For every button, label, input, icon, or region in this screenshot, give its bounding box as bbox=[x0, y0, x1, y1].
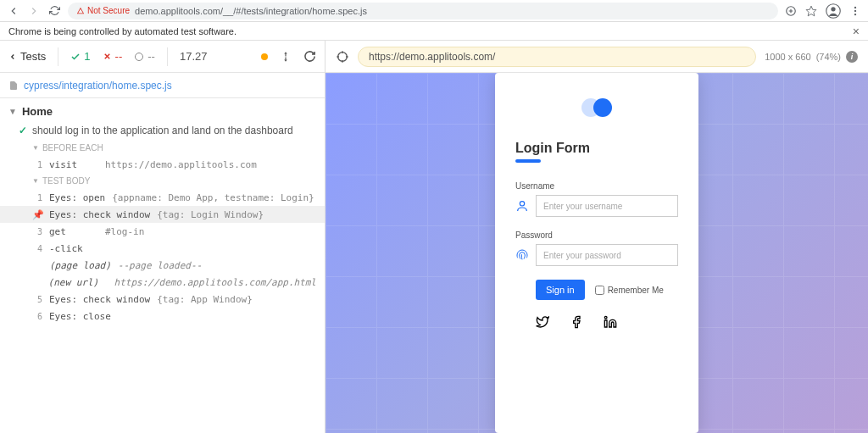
spec-header[interactable]: cypress/integration/home.spec.js bbox=[0, 73, 325, 98]
command-name: (new url) bbox=[48, 277, 108, 288]
command-row[interactable]: (page load)--page loaded-- bbox=[0, 257, 325, 274]
command-message: {tag: App Window} bbox=[157, 294, 253, 305]
rerun-button[interactable] bbox=[303, 50, 316, 63]
back-button[interactable] bbox=[7, 4, 20, 18]
command-number: 1 bbox=[32, 160, 42, 169]
user-icon bbox=[515, 199, 529, 213]
preview-url[interactable]: https://demo.applitools.com/ bbox=[358, 47, 756, 67]
logo bbox=[515, 98, 678, 117]
command-message: --page loaded-- bbox=[118, 260, 202, 271]
test-row[interactable]: ✓ should log in to the application and l… bbox=[0, 121, 325, 140]
test-tree: ▼ Home ✓ should log in to the applicatio… bbox=[0, 98, 325, 433]
svg-point-9 bbox=[136, 53, 143, 60]
before-each-label[interactable]: ▼ BEFORE EACH bbox=[0, 140, 325, 156]
browser-chrome: Not Secure demo.applitools.com/__/#/test… bbox=[0, 0, 868, 22]
runner-toolbar: Tests 1 -- -- 17.27 bbox=[0, 41, 325, 73]
pin-icon: 📌 bbox=[32, 209, 42, 220]
info-icon[interactable]: i bbox=[846, 51, 858, 63]
password-label: Password bbox=[515, 230, 678, 240]
title-underline bbox=[515, 159, 541, 163]
command-number: 4 bbox=[32, 244, 42, 253]
automation-bar: Chrome is being controlled by automated … bbox=[0, 22, 868, 41]
command-row[interactable]: 📌Eyes: check window{tag: Login Window} bbox=[0, 206, 325, 223]
command-row[interactable]: 4 -click bbox=[0, 240, 325, 257]
command-row[interactable]: 6Eyes: close bbox=[0, 308, 325, 325]
command-name: -click bbox=[49, 243, 98, 254]
star-icon[interactable] bbox=[805, 5, 817, 17]
command-message: {tag: Login Window} bbox=[157, 209, 264, 220]
caret-down-icon: ▼ bbox=[32, 177, 39, 185]
twitter-icon[interactable] bbox=[536, 315, 549, 329]
duration: 17.27 bbox=[180, 50, 208, 63]
describe-block[interactable]: ▼ Home bbox=[0, 102, 325, 121]
login-title: Login Form bbox=[515, 141, 678, 156]
selector-playground-button[interactable] bbox=[336, 50, 349, 64]
command-row[interactable]: 3get#log-in bbox=[0, 223, 325, 240]
automation-close[interactable]: × bbox=[853, 25, 860, 38]
check-icon: ✓ bbox=[19, 125, 27, 136]
command-name: Eyes: open bbox=[49, 192, 105, 203]
menu-icon[interactable] bbox=[849, 5, 861, 17]
svg-point-3 bbox=[831, 7, 835, 11]
command-row[interactable]: (new url)https://demo.applitools.com/app… bbox=[0, 274, 325, 291]
url-bar[interactable]: Not Secure demo.applitools.com/__/#/test… bbox=[68, 3, 778, 19]
command-number: 3 bbox=[32, 227, 42, 236]
reload-button[interactable] bbox=[47, 4, 61, 18]
url-text: demo.applitools.com/__/#/tests/integrati… bbox=[135, 6, 367, 16]
fingerprint-icon bbox=[515, 248, 529, 262]
svg-point-5 bbox=[854, 9, 856, 11]
file-icon bbox=[8, 80, 19, 91]
login-card: Login Form Username Password bbox=[495, 73, 698, 433]
command-number: 5 bbox=[32, 295, 42, 304]
signin-button[interactable]: Sign in bbox=[536, 280, 585, 300]
command-number: 1 bbox=[32, 193, 42, 203]
automation-message: Chrome is being controlled by automated … bbox=[8, 26, 236, 36]
pending-count: -- bbox=[134, 50, 155, 63]
svg-point-4 bbox=[854, 6, 856, 8]
command-name: (page load) bbox=[49, 260, 111, 271]
command-message: https://demo.applitools.com/app.html bbox=[114, 277, 316, 288]
linkedin-icon[interactable] bbox=[604, 315, 617, 329]
pass-count: 1 bbox=[70, 50, 90, 63]
facebook-icon[interactable] bbox=[570, 315, 583, 329]
remember-checkbox[interactable] bbox=[595, 286, 604, 295]
command-name: Eyes: check window bbox=[49, 209, 150, 220]
command-row[interactable]: 1Eyes: open{appname: Demo App, testname:… bbox=[0, 189, 325, 206]
remember-me[interactable]: Remember Me bbox=[595, 286, 664, 295]
preview-panel: https://demo.applitools.com/ 1000 x 660 … bbox=[326, 41, 868, 433]
command-number: 6 bbox=[32, 312, 42, 321]
not-secure-indicator: Not Secure bbox=[76, 6, 130, 15]
username-label: Username bbox=[515, 181, 678, 191]
preview-toolbar: https://demo.applitools.com/ 1000 x 660 … bbox=[326, 41, 868, 73]
password-input[interactable] bbox=[536, 244, 678, 266]
fail-count: -- bbox=[103, 50, 123, 63]
cypress-runner-panel: Tests 1 -- -- 17.27 cypress/ bbox=[0, 41, 326, 433]
caret-down-icon: ▼ bbox=[8, 107, 17, 116]
command-name: Eyes: close bbox=[49, 311, 111, 322]
profile-icon[interactable] bbox=[826, 3, 841, 19]
svg-point-10 bbox=[338, 52, 348, 61]
command-row[interactable]: 1visithttps://demo.applitools.com bbox=[0, 156, 325, 173]
svg-point-6 bbox=[854, 13, 856, 14]
command-message: {appname: Demo App, testname: Login} bbox=[112, 192, 314, 203]
scale-toggle[interactable] bbox=[280, 51, 292, 63]
svg-point-15 bbox=[520, 202, 524, 206]
forward-button[interactable] bbox=[27, 4, 41, 18]
preview-viewport: Login Form Username Password bbox=[326, 73, 868, 433]
spec-path: cypress/integration/home.spec.js bbox=[24, 80, 172, 92]
sync-icon[interactable] bbox=[785, 5, 797, 17]
command-name: get bbox=[49, 226, 98, 237]
viewport-info: 1000 x 660 (74%) i bbox=[765, 51, 858, 63]
command-message: https://demo.applitools.com bbox=[105, 159, 257, 170]
command-message: #log-in bbox=[105, 226, 144, 237]
status-dot-icon bbox=[261, 53, 268, 60]
command-name: Eyes: check window bbox=[49, 294, 150, 305]
command-row[interactable]: 5Eyes: check window{tag: App Window} bbox=[0, 291, 325, 308]
username-input[interactable] bbox=[536, 195, 678, 217]
test-body-label[interactable]: ▼ TEST BODY bbox=[0, 173, 325, 189]
caret-down-icon: ▼ bbox=[32, 144, 39, 152]
command-name: visit bbox=[49, 159, 98, 170]
tests-back-button[interactable]: Tests bbox=[8, 50, 46, 63]
svg-marker-1 bbox=[806, 6, 816, 16]
